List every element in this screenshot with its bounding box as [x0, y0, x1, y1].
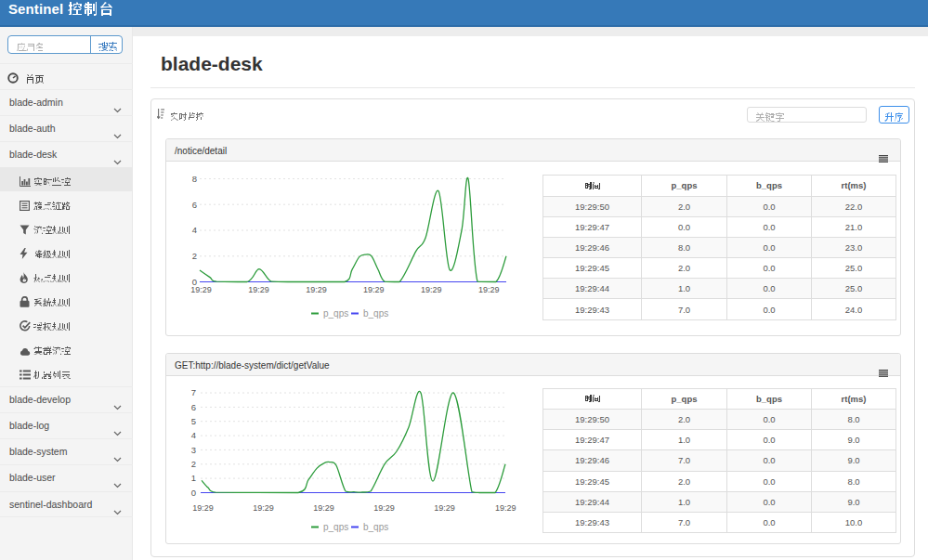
svg-text:19:29: 19:29 — [313, 503, 334, 513]
svg-text:0: 0 — [191, 488, 196, 498]
svg-text:19:29: 19:29 — [306, 285, 327, 294]
svg-text:p_qps: p_qps — [323, 308, 348, 319]
svg-text:19:29: 19:29 — [253, 503, 274, 513]
svg-text:1: 1 — [191, 473, 196, 483]
svg-text:19:29: 19:29 — [192, 503, 214, 513]
svg-text:3: 3 — [191, 445, 196, 455]
svg-text:19:29: 19:29 — [421, 285, 442, 294]
svg-text:19:29: 19:29 — [190, 285, 212, 294]
svg-text:19:29: 19:29 — [248, 285, 269, 294]
svg-text:6: 6 — [191, 402, 196, 412]
svg-text:b_qps: b_qps — [363, 522, 388, 532]
svg-text:8: 8 — [192, 174, 197, 184]
svg-text:19:29: 19:29 — [495, 503, 516, 513]
svg-text:6: 6 — [192, 200, 197, 210]
svg-text:2: 2 — [191, 459, 196, 469]
svg-text:19:29: 19:29 — [373, 503, 395, 513]
svg-text:19:29: 19:29 — [478, 285, 500, 294]
svg-text:4: 4 — [192, 225, 197, 235]
svg-text:b_qps: b_qps — [363, 308, 388, 319]
svg-text:p_qps: p_qps — [323, 522, 348, 532]
svg-text:19:29: 19:29 — [434, 503, 455, 513]
svg-text:7: 7 — [191, 387, 196, 397]
svg-text:2: 2 — [192, 251, 197, 261]
svg-text:4: 4 — [191, 430, 196, 440]
svg-text:5: 5 — [191, 416, 196, 426]
svg-text:19:29: 19:29 — [363, 285, 385, 294]
